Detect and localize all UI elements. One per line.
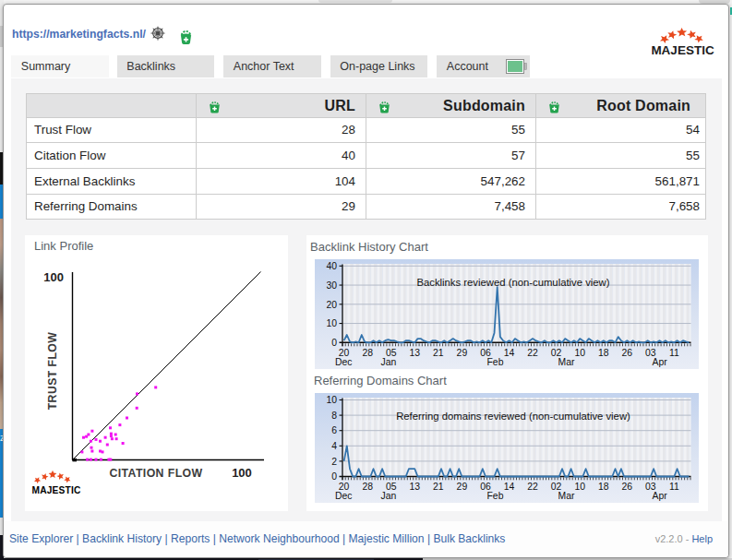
svg-text:100: 100 (43, 270, 64, 284)
svg-text:Dec: Dec (335, 356, 352, 366)
svg-text:14: 14 (504, 348, 515, 358)
svg-text:CITATION FLOW: CITATION FLOW (109, 467, 202, 480)
svg-text:26: 26 (622, 348, 633, 358)
svg-text:Mar: Mar (558, 356, 575, 366)
svg-text:Feb: Feb (487, 490, 504, 500)
svg-text:Dec: Dec (335, 490, 352, 500)
svg-text:11: 11 (669, 348, 679, 358)
svg-text:6: 6 (331, 425, 337, 435)
svg-text:TRUST FLOW: TRUST FLOW (46, 331, 59, 410)
svg-text:10: 10 (574, 482, 585, 492)
svg-text:MAJESTIC: MAJESTIC (32, 484, 82, 494)
svg-text:Feb: Feb (487, 356, 504, 366)
svg-text:Jan: Jan (381, 356, 397, 366)
svg-text:13: 13 (409, 482, 420, 492)
svg-text:4: 4 (331, 441, 337, 451)
svg-text:Backlinks reviewed (non-cumula: Backlinks reviewed (non-cumulative view) (416, 276, 609, 287)
svg-text:26: 26 (622, 482, 633, 492)
svg-text:Referring domains reviewed (no: Referring domains reviewed (non-cumulati… (396, 410, 630, 421)
svg-text:28: 28 (362, 348, 373, 358)
svg-text:29: 29 (457, 348, 468, 358)
svg-text:100: 100 (232, 466, 252, 480)
svg-text:2: 2 (331, 456, 337, 466)
svg-text:20: 20 (326, 299, 337, 309)
svg-text:10: 10 (326, 395, 337, 405)
svg-text:10: 10 (574, 348, 585, 358)
svg-text:0: 0 (331, 338, 337, 348)
svg-text:21: 21 (433, 348, 444, 358)
svg-text:0: 0 (331, 471, 337, 482)
svg-text:18: 18 (598, 348, 609, 358)
svg-text:18: 18 (598, 482, 609, 492)
svg-text:Apr: Apr (653, 490, 668, 500)
svg-text:Jan: Jan (381, 490, 397, 500)
svg-text:Mar: Mar (558, 490, 575, 500)
svg-text:29: 29 (457, 482, 468, 492)
svg-text:10: 10 (326, 318, 337, 328)
svg-text:21: 21 (433, 482, 444, 492)
svg-text:28: 28 (362, 482, 373, 492)
svg-text:40: 40 (326, 261, 337, 271)
svg-text:8: 8 (331, 410, 337, 420)
svg-text:Apr: Apr (653, 356, 668, 366)
svg-text:30: 30 (326, 280, 337, 290)
svg-text:22: 22 (527, 348, 538, 358)
svg-text:22: 22 (527, 482, 538, 492)
svg-text:14: 14 (504, 482, 515, 492)
svg-text:11: 11 (669, 482, 679, 492)
svg-text:13: 13 (409, 348, 420, 358)
